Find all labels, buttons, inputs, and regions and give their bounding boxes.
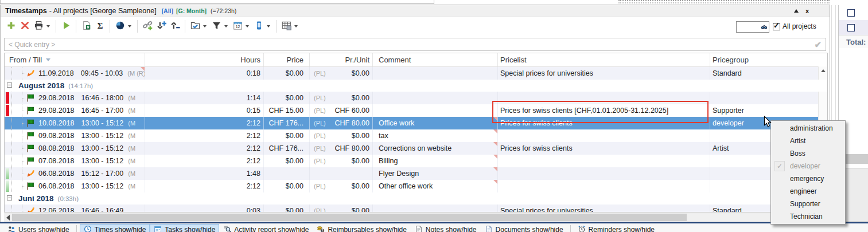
side-checkbox[interactable] (847, 24, 855, 32)
cell-pricelist[interactable]: Prices for swiss clients (498, 142, 710, 155)
scroll-left-icon[interactable] (6, 215, 10, 221)
reimbursables-show-hide-button[interactable]: $Reimbursables show/hide (313, 224, 410, 232)
cell-price-unit[interactable]: (PL)$0.00 (310, 180, 373, 192)
context-menu-item-technician[interactable]: Technician (771, 210, 845, 223)
table-row[interactable]: 06.08.201815:12 - 17:00(M1:48Flyer Desig… (5, 167, 827, 180)
cell-pricegroup[interactable]: Standard (710, 67, 818, 80)
device-button[interactable] (252, 20, 265, 33)
dropdown-caret-icon[interactable] (128, 25, 131, 27)
print-button[interactable] (32, 20, 45, 33)
cell-hours[interactable]: 2:12 (145, 180, 264, 192)
cell-price-unit[interactable]: (PL)$0.00 (310, 129, 373, 142)
cell-hours[interactable]: 2:12 (145, 117, 264, 129)
cell-price[interactable]: CHF 15.00 (264, 104, 310, 117)
folder-check-button[interactable] (189, 20, 201, 33)
quick-entry-confirm-icon[interactable]: ✔ (814, 40, 822, 50)
cell-hours[interactable]: 1:14 (145, 92, 264, 104)
cell-comment[interactable] (373, 104, 498, 117)
cell-pricelist[interactable] (498, 129, 710, 142)
column-header-pricelist[interactable]: Pricelist (498, 53, 710, 66)
cell-comment[interactable] (373, 205, 498, 213)
scrollbar-thumb[interactable] (12, 214, 687, 221)
dropdown-caret-icon[interactable] (267, 25, 270, 27)
column-header-from-till[interactable]: From / Till (5, 53, 145, 66)
activity-report-show-hide-button[interactable]: Activity report show/hide (219, 224, 313, 232)
tasks-show-hide-button[interactable]: Tasks show/hide (150, 224, 219, 232)
cell-pricegroup[interactable]: Supporter (710, 104, 818, 117)
context-menu-item-boss[interactable]: Boss (771, 147, 845, 160)
notes-show-hide-button[interactable]: Notes show/hide (411, 224, 481, 232)
context-menu-item-artist[interactable]: Artist (771, 135, 845, 147)
cell-pricelist[interactable] (498, 155, 710, 167)
collapse-panel-icon[interactable] (794, 9, 799, 13)
cell-from-till[interactable]: 29.08.201816:45 - 17:00(M (5, 104, 145, 117)
scroll-up-icon[interactable] (821, 69, 826, 72)
cell-hours[interactable]: 1:48 (145, 167, 264, 180)
column-header-pr-unit[interactable]: Pr./Unit (310, 53, 373, 66)
reminders-show-hide-button[interactable]: Reminders show/hide (574, 224, 659, 232)
cell-price[interactable]: $0.00 (264, 129, 310, 142)
search-input[interactable] (738, 22, 761, 32)
play-button[interactable] (60, 20, 72, 33)
cell-price-unit[interactable]: (PL)$0.00 (310, 205, 373, 213)
cell-pricelist[interactable]: Special prices for universities (498, 67, 710, 80)
cell-price-unit[interactable]: (PL)CHF 80.00 (310, 117, 373, 129)
cell-from-till[interactable]: 06.08.201813:00 - 15:12(M (5, 180, 145, 192)
cell-pricelist[interactable]: Special prices for universities (498, 205, 710, 213)
delete-button[interactable] (18, 20, 31, 33)
cell-price-unit[interactable]: (PL)CHF 60.00 (310, 104, 373, 117)
dropdown-caret-icon[interactable] (46, 25, 50, 27)
table-row[interactable]: 07.08.201813:00 - 15:12(M2:12$0.00(PL)$0… (5, 155, 827, 167)
times-show-hide-button[interactable]: Times show/hide (80, 224, 150, 232)
add-button[interactable] (5, 20, 17, 33)
cell-from-till[interactable]: 07.08.201813:00 - 15:12(M (5, 155, 145, 167)
side-checkbox[interactable] (847, 9, 855, 17)
cell-from-till[interactable]: 12.06.201816:46 - 16:49 (5, 205, 145, 213)
cell-price[interactable]: $0.00 (264, 180, 310, 192)
cell-comment[interactable] (373, 92, 498, 104)
cell-comment[interactable]: Flyer Design (373, 167, 498, 180)
context-menu-item-engineer[interactable]: engineer (771, 185, 845, 198)
cell-hours[interactable]: 2:12 (145, 155, 264, 167)
cell-hours[interactable]: 0:15 (145, 104, 264, 117)
pie-chart-button[interactable] (114, 20, 126, 33)
cell-from-till[interactable]: 08.08.201813:00 - 15:12(M (5, 142, 145, 155)
context-menu-item-administration[interactable]: administration (771, 122, 845, 135)
cell-pricelist[interactable] (498, 167, 710, 180)
cell-price[interactable]: CHF 176... (264, 142, 310, 155)
all-projects-checkbox[interactable]: ✓ (773, 23, 780, 30)
dropdown-caret-icon[interactable] (224, 25, 228, 27)
close-panel-icon[interactable]: x (805, 8, 809, 14)
table-row[interactable]: 06.08.201813:00 - 15:12(M2:12$0.00(PL)$0… (5, 180, 827, 192)
collapse-group-icon[interactable]: − (7, 195, 12, 200)
dropdown-caret-icon[interactable] (294, 25, 298, 27)
table-group-row[interactable]: −Juni 2018(0:33h) (5, 192, 827, 205)
cell-price[interactable]: $0.00 (264, 67, 310, 80)
cell-comment[interactable] (373, 67, 498, 80)
cell-hours[interactable]: 2:12 (145, 142, 264, 155)
cell-comment[interactable]: Billing (373, 155, 498, 167)
cell-price-unit[interactable]: (PL)$0.00 (310, 67, 373, 80)
cell-price-unit[interactable]: (PL)$0.00 (310, 155, 373, 167)
sort-filter-icon[interactable] (46, 58, 50, 61)
context-menu-item-developer[interactable]: ✓developer (771, 160, 845, 172)
cell-from-till[interactable]: 06.08.201815:12 - 17:00(M (5, 167, 145, 180)
cell-comment[interactable]: Other office work (373, 180, 498, 192)
context-menu-item-emergency[interactable]: emergency (771, 172, 845, 185)
table-row[interactable]: 12.06.201816:46 - 16:490:03$0.00(PL)$0.0… (5, 205, 827, 213)
horizontal-scrollbar[interactable] (4, 213, 828, 222)
excel-export-button[interactable] (80, 20, 92, 33)
cell-price[interactable]: $0.00 (264, 205, 310, 213)
column-header-hours[interactable]: Hours (145, 53, 264, 66)
documents-show-hide-button[interactable]: Documents show/hide (481, 224, 567, 232)
sum-button[interactable]: Σ (94, 20, 106, 33)
cell-comment[interactable]: tax (373, 129, 498, 142)
search-box[interactable] (736, 21, 769, 33)
cell-price[interactable]: $0.00 (264, 155, 310, 167)
dropdown-caret-icon[interactable] (246, 25, 249, 27)
cell-comment[interactable]: Corrections on website (373, 142, 498, 155)
table-group-row[interactable]: −August 2018(14:17h) (5, 80, 827, 92)
table-row[interactable]: 08.08.201813:00 - 15:12(M2:12CHF 176...(… (5, 142, 827, 155)
cell-price-unit[interactable]: (PL)$0.00 (310, 92, 373, 104)
column-header-pricegroup[interactable]: Pricegroup (710, 53, 818, 66)
